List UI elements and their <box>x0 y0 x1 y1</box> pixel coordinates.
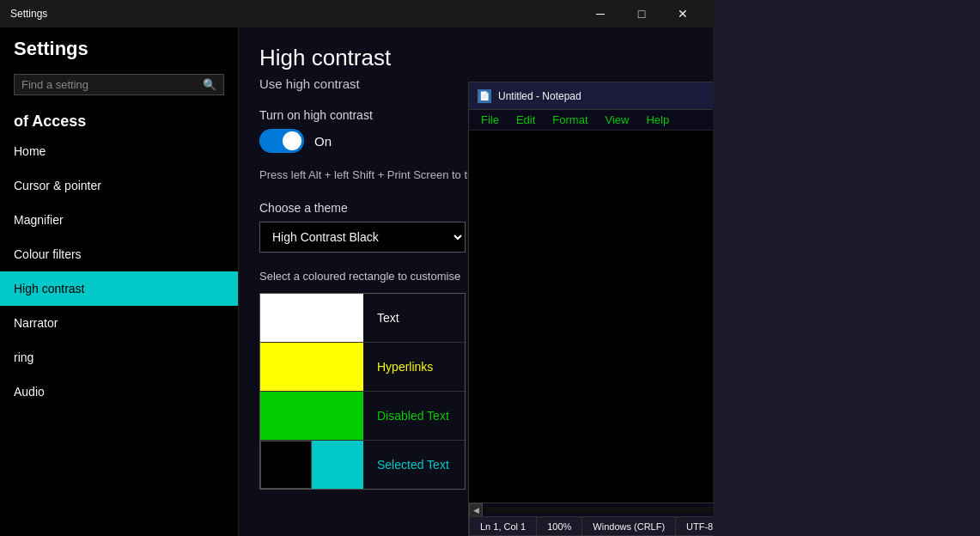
sidebar-search-container[interactable]: 🔍 <box>14 74 224 95</box>
toggle-knob <box>283 131 301 150</box>
sidebar-section-label: of Access <box>0 102 238 134</box>
sidebar-item-magnifier[interactable]: Magnifier <box>0 203 238 237</box>
color-options: Text Hyperlinks Disabled Text <box>259 293 466 490</box>
search-input[interactable] <box>21 78 203 91</box>
selected-swatches <box>260 441 363 489</box>
close-button[interactable]: ✕ <box>663 0 703 27</box>
menu-item-file[interactable]: File <box>472 112 508 128</box>
menu-item-view[interactable]: View <box>597 112 638 128</box>
status-zoom: 100% <box>536 517 581 535</box>
status-line-ending: Windows (CRLF) <box>581 517 675 535</box>
sidebar-item-high-contrast[interactable]: High contrast <box>0 271 238 306</box>
color-row-selected: Selected Text <box>260 441 465 489</box>
color-swatch-text[interactable] <box>260 294 363 342</box>
sidebar-item-home[interactable]: Home <box>0 134 238 168</box>
color-swatch-selected-bg[interactable] <box>260 441 312 489</box>
menu-item-format[interactable]: Format <box>544 112 596 128</box>
sidebar-item-home-label: Home <box>14 144 46 158</box>
sidebar-item-magnifier-label: Magnifier <box>14 213 64 227</box>
sidebar-item-audio-label: Audio <box>14 385 45 399</box>
scrollbar-left-button[interactable]: ◀ <box>469 503 483 517</box>
sidebar-item-colour-filters-label: Colour filters <box>14 247 82 261</box>
titlebar-controls: ─ □ ✕ <box>581 0 703 27</box>
status-position: Ln 1, Col 1 <box>469 517 536 535</box>
sidebar: Settings 🔍 of Access Home Cursor & point… <box>0 27 239 536</box>
sidebar-item-cursor[interactable]: Cursor & pointer <box>0 168 238 203</box>
page-title: High contrast <box>259 45 692 71</box>
notepad-title: Untitled - Notepad <box>498 90 581 102</box>
minimize-button[interactable]: ─ <box>581 0 620 27</box>
color-label-hyperlinks: Hyperlinks <box>363 360 447 374</box>
high-contrast-toggle[interactable] <box>259 129 304 153</box>
color-row-hyperlinks: Hyperlinks <box>260 343 465 392</box>
sidebar-item-colour-filters[interactable]: Colour filters <box>0 237 238 271</box>
sidebar-item-narrator[interactable]: Narrator <box>0 306 238 340</box>
toggle-label: On <box>314 134 332 149</box>
color-label-selected: Selected Text <box>363 458 463 472</box>
color-swatch-selected-fg[interactable] <box>312 441 363 489</box>
search-icon: 🔍 <box>203 78 216 91</box>
color-swatch-disabled[interactable] <box>260 392 363 440</box>
sidebar-header: Settings <box>0 27 238 67</box>
sidebar-item-audio[interactable]: Audio <box>0 375 238 409</box>
menu-item-help[interactable]: Help <box>637 112 678 128</box>
sidebar-nav: Home Cursor & pointer Magnifier Colour f… <box>0 134 238 536</box>
sidebar-item-ring-label: ring <box>14 350 33 364</box>
settings-window-title: Settings <box>10 8 47 20</box>
maximize-button[interactable]: □ <box>622 0 661 27</box>
settings-titlebar: Settings ─ □ ✕ <box>0 0 713 27</box>
color-swatch-hyperlinks[interactable] <box>260 343 363 391</box>
color-row-text: Text <box>260 294 465 343</box>
menu-item-edit[interactable]: Edit <box>508 112 544 128</box>
sidebar-item-cursor-label: Cursor & pointer <box>14 179 101 192</box>
theme-dropdown[interactable]: High Contrast Black <box>259 222 466 253</box>
statusbar-items: Ln 1, Col 1 100% Windows (CRLF) UTF-8 <box>469 517 723 535</box>
right-area <box>713 0 980 536</box>
color-label-text: Text <box>363 311 413 325</box>
color-row-disabled: Disabled Text <box>260 392 465 441</box>
notepad-title-left: 📄 Untitled - Notepad <box>478 89 581 103</box>
color-label-disabled: Disabled Text <box>363 409 463 423</box>
notepad-icon: 📄 <box>478 89 491 103</box>
sidebar-item-narrator-label: Narrator <box>14 316 58 330</box>
sidebar-item-high-contrast-label: High contrast <box>14 282 84 295</box>
sidebar-item-ring[interactable]: ring <box>0 340 238 375</box>
